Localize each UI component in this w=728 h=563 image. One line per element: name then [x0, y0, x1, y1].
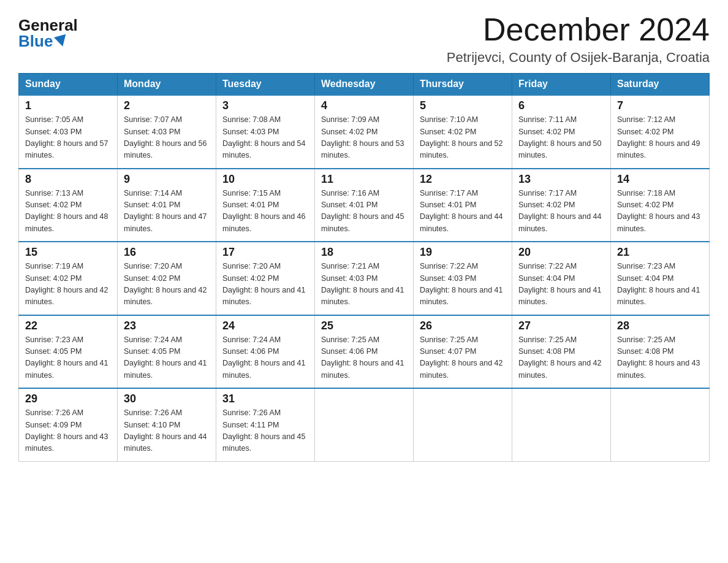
day-number: 24: [222, 320, 308, 332]
calendar-table: Sunday Monday Tuesday Wednesday Thursday…: [18, 73, 710, 462]
day-info: Sunrise: 7:22 AM Sunset: 4:04 PM Dayligh…: [518, 261, 604, 308]
header-row: Sunday Monday Tuesday Wednesday Thursday…: [19, 74, 710, 96]
day-number: 22: [25, 320, 111, 332]
day-number: 6: [518, 99, 604, 112]
day-info: Sunrise: 7:16 AM Sunset: 4:01 PM Dayligh…: [321, 188, 407, 236]
day-info: Sunrise: 7:14 AM Sunset: 4:01 PM Dayligh…: [124, 188, 210, 236]
table-row: 25 Sunrise: 7:25 AM Sunset: 4:06 PM Dayl…: [315, 315, 414, 389]
day-info: Sunrise: 7:21 AM Sunset: 4:03 PM Dayligh…: [321, 261, 407, 308]
day-info: Sunrise: 7:20 AM Sunset: 4:02 PM Dayligh…: [222, 261, 308, 308]
day-info: Sunrise: 7:25 AM Sunset: 4:08 PM Dayligh…: [617, 334, 703, 382]
logo-triangle-icon: [54, 34, 69, 48]
day-number: 25: [321, 320, 407, 332]
table-row: [414, 388, 512, 461]
table-row: 7 Sunrise: 7:12 AM Sunset: 4:02 PM Dayli…: [611, 95, 710, 169]
day-number: 23: [124, 320, 210, 332]
calendar-week-row: 29 Sunrise: 7:26 AM Sunset: 4:09 PM Dayl…: [19, 388, 710, 461]
table-row: 24 Sunrise: 7:24 AM Sunset: 4:06 PM Dayl…: [216, 315, 315, 389]
day-number: 9: [124, 173, 210, 186]
table-row: 3 Sunrise: 7:08 AM Sunset: 4:03 PM Dayli…: [216, 95, 315, 169]
table-row: 20 Sunrise: 7:22 AM Sunset: 4:04 PM Dayl…: [512, 242, 611, 315]
table-row: 2 Sunrise: 7:07 AM Sunset: 4:03 PM Dayli…: [118, 95, 216, 169]
day-info: Sunrise: 7:17 AM Sunset: 4:01 PM Dayligh…: [420, 188, 506, 236]
day-info: Sunrise: 7:22 AM Sunset: 4:03 PM Dayligh…: [420, 261, 506, 308]
table-row: 11 Sunrise: 7:16 AM Sunset: 4:01 PM Dayl…: [315, 169, 414, 242]
day-number: 11: [321, 173, 407, 186]
day-number: 10: [222, 173, 308, 186]
header-wednesday: Wednesday: [315, 74, 414, 96]
day-number: 26: [420, 320, 506, 332]
day-number: 3: [222, 99, 308, 112]
table-row: 23 Sunrise: 7:24 AM Sunset: 4:05 PM Dayl…: [118, 315, 216, 389]
logo-general-text: General: [18, 17, 78, 33]
day-info: Sunrise: 7:15 AM Sunset: 4:01 PM Dayligh…: [222, 188, 308, 236]
day-info: Sunrise: 7:26 AM Sunset: 4:09 PM Dayligh…: [25, 407, 111, 455]
logo: General Blue: [18, 12, 78, 49]
header-saturday: Saturday: [611, 74, 710, 96]
day-info: Sunrise: 7:24 AM Sunset: 4:06 PM Dayligh…: [222, 334, 308, 382]
header-tuesday: Tuesday: [216, 74, 315, 96]
header-friday: Friday: [512, 74, 611, 96]
table-row: 5 Sunrise: 7:10 AM Sunset: 4:02 PM Dayli…: [414, 95, 512, 169]
table-row: 19 Sunrise: 7:22 AM Sunset: 4:03 PM Dayl…: [414, 242, 512, 315]
day-number: 28: [617, 320, 703, 332]
table-row: 9 Sunrise: 7:14 AM Sunset: 4:01 PM Dayli…: [118, 169, 216, 242]
day-number: 31: [222, 393, 308, 405]
page-header: General Blue December 2024 Petrijevci, C…: [18, 12, 710, 66]
day-number: 21: [617, 246, 703, 259]
table-row: 29 Sunrise: 7:26 AM Sunset: 4:09 PM Dayl…: [19, 388, 118, 461]
table-row: 27 Sunrise: 7:25 AM Sunset: 4:08 PM Dayl…: [512, 315, 611, 389]
day-number: 14: [617, 173, 703, 186]
logo-blue-text: Blue: [18, 33, 67, 49]
calendar-week-row: 8 Sunrise: 7:13 AM Sunset: 4:02 PM Dayli…: [19, 169, 710, 242]
table-row: 18 Sunrise: 7:21 AM Sunset: 4:03 PM Dayl…: [315, 242, 414, 315]
day-number: 20: [518, 246, 604, 259]
day-number: 13: [518, 173, 604, 186]
day-number: 8: [25, 173, 111, 186]
table-row: 30 Sunrise: 7:26 AM Sunset: 4:10 PM Dayl…: [118, 388, 216, 461]
header-thursday: Thursday: [414, 74, 512, 96]
day-number: 12: [420, 173, 506, 186]
table-row: 15 Sunrise: 7:19 AM Sunset: 4:02 PM Dayl…: [19, 242, 118, 315]
day-number: 19: [420, 246, 506, 259]
day-info: Sunrise: 7:18 AM Sunset: 4:02 PM Dayligh…: [617, 188, 703, 236]
day-number: 30: [124, 393, 210, 405]
table-row: 22 Sunrise: 7:23 AM Sunset: 4:05 PM Dayl…: [19, 315, 118, 389]
day-info: Sunrise: 7:07 AM Sunset: 4:03 PM Dayligh…: [124, 114, 210, 162]
table-row: 16 Sunrise: 7:20 AM Sunset: 4:02 PM Dayl…: [118, 242, 216, 315]
table-row: [315, 388, 414, 461]
day-info: Sunrise: 7:26 AM Sunset: 4:10 PM Dayligh…: [124, 407, 210, 455]
table-row: [512, 388, 611, 461]
table-row: 8 Sunrise: 7:13 AM Sunset: 4:02 PM Dayli…: [19, 169, 118, 242]
day-number: 29: [25, 393, 111, 405]
header-monday: Monday: [118, 74, 216, 96]
day-info: Sunrise: 7:09 AM Sunset: 4:02 PM Dayligh…: [321, 114, 407, 162]
month-year-title: December 2024: [447, 12, 710, 47]
day-number: 27: [518, 320, 604, 332]
table-row: 12 Sunrise: 7:17 AM Sunset: 4:01 PM Dayl…: [414, 169, 512, 242]
day-info: Sunrise: 7:25 AM Sunset: 4:08 PM Dayligh…: [518, 334, 604, 382]
day-info: Sunrise: 7:17 AM Sunset: 4:02 PM Dayligh…: [518, 188, 604, 236]
day-info: Sunrise: 7:26 AM Sunset: 4:11 PM Dayligh…: [222, 407, 308, 455]
day-info: Sunrise: 7:19 AM Sunset: 4:02 PM Dayligh…: [25, 261, 111, 308]
day-info: Sunrise: 7:08 AM Sunset: 4:03 PM Dayligh…: [222, 114, 308, 162]
day-info: Sunrise: 7:10 AM Sunset: 4:02 PM Dayligh…: [420, 114, 506, 162]
day-info: Sunrise: 7:23 AM Sunset: 4:04 PM Dayligh…: [617, 261, 703, 308]
day-info: Sunrise: 7:20 AM Sunset: 4:02 PM Dayligh…: [124, 261, 210, 308]
day-info: Sunrise: 7:25 AM Sunset: 4:06 PM Dayligh…: [321, 334, 407, 382]
day-info: Sunrise: 7:11 AM Sunset: 4:02 PM Dayligh…: [518, 114, 604, 162]
table-row: 21 Sunrise: 7:23 AM Sunset: 4:04 PM Dayl…: [611, 242, 710, 315]
day-number: 7: [617, 99, 703, 112]
day-number: 16: [124, 246, 210, 259]
title-block: December 2024 Petrijevci, County of Osij…: [447, 12, 710, 66]
day-number: 2: [124, 99, 210, 112]
table-row: 28 Sunrise: 7:25 AM Sunset: 4:08 PM Dayl…: [611, 315, 710, 389]
day-info: Sunrise: 7:25 AM Sunset: 4:07 PM Dayligh…: [420, 334, 506, 382]
calendar-week-row: 15 Sunrise: 7:19 AM Sunset: 4:02 PM Dayl…: [19, 242, 710, 315]
day-info: Sunrise: 7:23 AM Sunset: 4:05 PM Dayligh…: [25, 334, 111, 382]
table-row: 13 Sunrise: 7:17 AM Sunset: 4:02 PM Dayl…: [512, 169, 611, 242]
table-row: [611, 388, 710, 461]
day-info: Sunrise: 7:12 AM Sunset: 4:02 PM Dayligh…: [617, 114, 703, 162]
calendar-week-row: 22 Sunrise: 7:23 AM Sunset: 4:05 PM Dayl…: [19, 315, 710, 389]
day-number: 4: [321, 99, 407, 112]
